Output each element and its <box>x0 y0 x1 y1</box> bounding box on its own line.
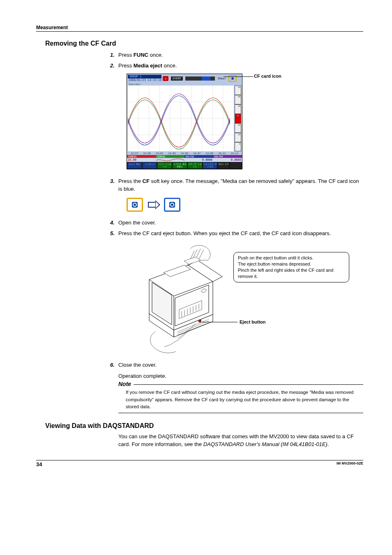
progress-bar <box>185 76 215 81</box>
page-footer: 34 IM MV2000-02E <box>36 460 363 467</box>
time-axis: 13:5713:5914:0114:0314:0514:0714:0914:11… <box>127 151 242 155</box>
step-5: 5. Press the CF card eject button. When … <box>118 230 363 237</box>
page-number: 34 <box>36 461 42 467</box>
note-text: If you remove the CF card without carryi… <box>118 388 363 413</box>
step-text: Press Media eject once. <box>118 62 177 69</box>
daqstandard-paragraph: You can use the DAQSTANDARD software tha… <box>118 433 363 449</box>
step-text: Press FUNC once. <box>118 52 163 58</box>
step-1: 1. Press FUNC once. <box>118 51 363 59</box>
step-3: 3. Press the CF soft key once. The messa… <box>118 178 363 192</box>
step-num: 1. <box>110 51 115 59</box>
section-title-removing: Removing the CF Card <box>45 40 363 47</box>
eject-button-label: Eject button <box>240 319 266 324</box>
screen-datetime: 2008/01/23 14:15:14 <box>129 79 161 82</box>
operation-complete: Operation complete. <box>118 373 363 379</box>
step-text: Open the cover. <box>118 220 156 226</box>
device-diagram: Push on the eject button until it clicks… <box>127 240 363 356</box>
eject-instruction-callout: Push on the eject button until it clicks… <box>233 252 349 282</box>
scale-label: 1min/div <box>127 83 242 86</box>
softkey-row: モニタ 停止 メッセージ フリー メッセージ タグ/ch 表示切替え スナップ … <box>127 162 242 169</box>
channel-headers: TEMP01 TEMP02 VOLT03 VOLT04 <box>127 155 242 158</box>
step-6: 6. Close the cover. <box>118 361 363 369</box>
document-id: IM MV2000-02E <box>337 461 363 467</box>
cf-icon-transition <box>127 198 363 212</box>
screen-group-label: GROUP 1 <box>128 75 161 79</box>
step-num: 3. <box>110 178 115 185</box>
cf-icon-orange <box>127 198 143 212</box>
cf-icon-callout-label: CF card icon <box>254 74 281 79</box>
step-text: Press the CF soft key once. The message,… <box>118 178 359 192</box>
cf-icon-blue <box>164 198 180 212</box>
note-heading: Note <box>118 381 134 387</box>
step-text: Close the cover. <box>118 362 157 368</box>
step-2: 2. Press Media eject once. <box>118 62 363 69</box>
running-header: Measurement <box>36 25 363 32</box>
cf-card-icon <box>228 75 237 82</box>
waveform-plot: 504030120100 <box>128 86 234 151</box>
step-num: 4. <box>110 219 115 227</box>
arrow-icon <box>148 200 159 209</box>
alarm-lamp-icon: ◎ <box>163 76 168 81</box>
timespan-label: 1hour <box>217 77 226 80</box>
step-text: Press the CF card eject button. When you… <box>118 230 331 236</box>
event-badge: EVENT <box>171 76 183 81</box>
step-num: 2. <box>110 62 115 69</box>
section-title-daqstandard: Viewing Data with DAQSTANDARD <box>45 422 363 430</box>
right-scale: 504030120100 <box>235 86 241 151</box>
step-4: 4. Open the cover. <box>118 219 363 227</box>
step-num: 5. <box>110 230 115 237</box>
device-screenshot: GROUP 1 2008/01/23 14:15:14 ◎ EVENT 1hou… <box>127 74 363 169</box>
step-num: 6. <box>110 361 115 369</box>
channel-values: 25.00 0.0000 0.0000 <box>127 158 242 162</box>
note-block: Note If you remove the CF card without c… <box>118 381 363 413</box>
